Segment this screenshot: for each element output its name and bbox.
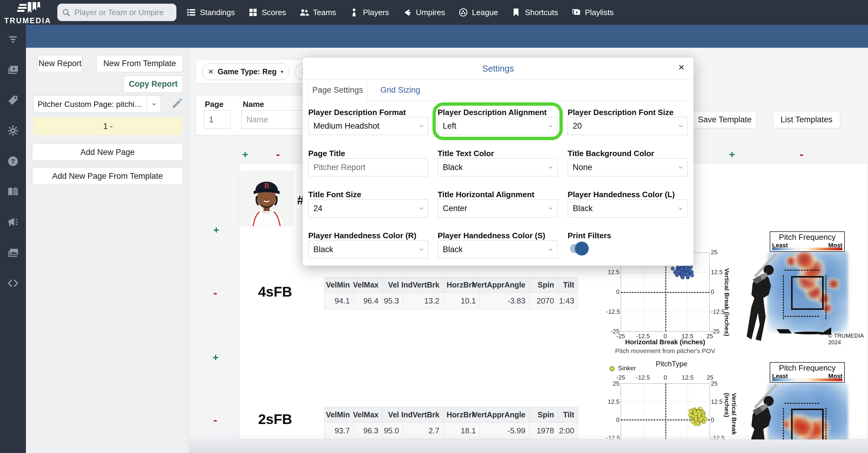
add-new-page-from-template-button[interactable]: Add New Page From Template [32,167,183,185]
select-title-font-size[interactable]: 24 [308,199,428,218]
select-player-handedness-color-l[interactable]: Black [568,199,688,218]
toggle-print-filters[interactable] [570,244,588,253]
axis-tick: 0 [606,417,619,423]
chevron-down-icon [415,241,428,258]
pitch-frequency-title: Pitch Frequency [770,232,844,242]
nav-item-standings[interactable]: Standings [186,7,235,17]
axis-tick: 25 [606,380,619,387]
megaphone-icon[interactable] [7,216,19,228]
trumedia-logo[interactable]: TRUMEDIA [3,1,51,25]
scatter-point-4sfb [690,273,694,277]
stat-value: 10.1 [443,293,480,309]
nav-item-label: Scores [262,8,286,17]
stat-header-velmax: VelMax [354,278,382,293]
tab-page-settings[interactable]: Page Settings [308,79,367,101]
remove-column-button[interactable]: - [800,148,803,160]
pitch-movement-chart-4sfb: Horizontal Break (inches) Pitch movement… [606,250,736,356]
nav-item-playlists[interactable]: Playlists [571,7,614,17]
chevron-down-icon [544,241,557,258]
chevron-down-icon [544,117,557,135]
book-icon[interactable] [7,186,19,198]
field-label-player-description-format: Player Description Format [308,108,406,117]
select-player-description-alignment[interactable]: Left [438,117,558,135]
page-number-input[interactable] [204,110,230,129]
remove-filter-icon[interactable]: × [208,67,214,76]
select-value: Medium Headshot [313,121,379,131]
scatter-point-sinker [700,417,703,421]
search-input[interactable] [74,4,173,20]
main-nav: StandingsScoresTeamsPlayersUmpiresLeague… [186,0,614,25]
edit-report-name-pencil-icon[interactable] [171,98,183,109]
stat-header-vel: Vel [382,278,403,293]
image-stack-icon[interactable] [7,247,19,259]
nav-item-teams[interactable]: Teams [300,7,336,17]
name-column-header: Name [243,100,264,109]
save-template-button[interactable]: Save Template [693,111,756,129]
axis-tick: 12.5 [711,269,724,276]
select-value: Center [443,204,467,213]
nav-item-label: Players [363,8,389,17]
add-row-button[interactable]: + [213,352,219,362]
help-icon[interactable]: ? [7,155,19,167]
chevron-down-icon [544,200,557,217]
nav-item-scores[interactable]: Scores [248,7,286,17]
filter-chip-game-type[interactable]: × Game Type: Reg ▾ [202,63,289,80]
caret-down-icon: ▾ [281,69,283,75]
copy-report-button[interactable]: Copy Report [123,76,183,93]
stat-header-indvertbrk: IndVertBrk [403,278,443,293]
playlists-icon [571,7,581,17]
select-player-handedness-color-r[interactable]: Black [308,240,428,258]
pitch-row-label-4sfb: 4sFB [258,284,292,300]
add-row-button[interactable]: + [213,225,219,235]
axis-tick: 0 [606,288,619,295]
shadow-zone-line [783,275,784,319]
legend-title: PitchType [656,360,687,368]
filter-icon[interactable] [7,33,19,45]
stat-header-vel: Vel [382,407,403,423]
pitch-frequency-legend: Pitch Frequency Least Most [770,231,845,252]
input-page-title[interactable] [308,158,428,176]
select-player-handedness-color-s[interactable]: Black [438,240,558,258]
select-title-background-color[interactable]: None [568,158,688,176]
shadow-zone-line [826,408,826,440]
list-templates-button[interactable]: List Templates [773,111,840,129]
scatter-point-sinker [697,413,701,417]
nav-item-league[interactable]: League [459,7,498,17]
select-title-horizontal-alignment[interactable]: Center [438,199,558,218]
field-label-title-font-size: Title Font Size [308,190,361,199]
new-report-button[interactable]: New Report [38,55,82,72]
code-icon[interactable] [7,277,19,289]
remove-column-button[interactable]: - [276,148,280,160]
tag-icon[interactable] [7,94,19,106]
report-select[interactable]: Pitcher Custom Page: pitching -... [33,95,161,113]
field-label-print-filters: Print Filters [568,231,611,240]
new-from-template-button[interactable]: New From Template [96,55,183,72]
tab-grid-sizing[interactable]: Grid Sizing [377,79,424,101]
select-value: 24 [313,204,322,213]
shortcuts-icon [511,7,521,17]
select-player-description-format[interactable]: Medium Headshot [308,117,428,135]
global-search[interactable] [57,4,177,21]
gear-icon[interactable] [7,125,19,137]
nav-item-label: Teams [313,8,336,17]
add-new-page-button[interactable]: Add New Page [32,143,183,161]
stat-value: 96.4 [354,293,382,309]
nav-item-shortcuts[interactable]: Shortcuts [511,7,558,17]
remove-row-button[interactable]: - [213,287,217,299]
page-list-row[interactable]: 1 - [33,117,183,135]
close-icon[interactable]: × [678,62,684,72]
stat-header-spin: Spin [529,407,558,423]
nav-item-umpires[interactable]: Umpires [402,7,445,17]
add-column-button[interactable]: + [729,149,735,160]
add-column-button[interactable]: + [242,149,248,160]
axis-tick: 12.5 [679,374,697,381]
players-icon [349,7,359,17]
umpires-icon [402,7,412,17]
select-player-description-font-size[interactable]: 20 [568,117,688,135]
nav-item-players[interactable]: Players [349,7,389,17]
video-playlist-icon[interactable] [7,64,19,76]
axis-tick: 0 [656,333,674,340]
pitch-row-label-2sfb: 2sFB [258,411,292,427]
select-title-text-color[interactable]: Black [438,158,558,176]
remove-row-button[interactable]: - [213,414,217,426]
